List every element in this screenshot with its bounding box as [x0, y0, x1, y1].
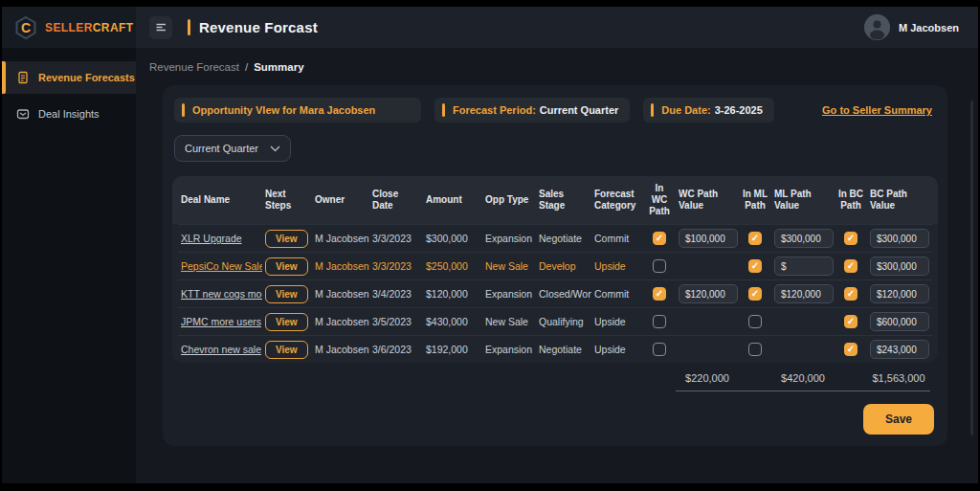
in-bc-path-checkbox[interactable] [844, 287, 858, 301]
cell-amount: $250,000 [423, 260, 482, 272]
wc-path-value-input[interactable] [679, 284, 738, 303]
cell-close-date: 3/5/2023 [369, 316, 423, 327]
in-bc-path-checkbox[interactable] [844, 232, 858, 245]
in-wc-path-checkbox[interactable] [653, 259, 666, 273]
cell-opp-type: Expansion [482, 344, 536, 355]
table-row: XLR Upgrade View M Jacobsen 3/3/2023 $30… [178, 224, 932, 252]
in-wc-path-checkbox[interactable] [653, 315, 666, 328]
sidebar-item-deal-insights[interactable]: Deal Insights [2, 98, 136, 130]
cell-sales-stage: Develop [536, 260, 591, 272]
cell-owner: M Jacobsen [312, 233, 369, 244]
main-content: Revenue Forecast / Summary Opportunity V… [136, 48, 978, 483]
ml-path-value-input[interactable] [774, 229, 834, 248]
sidebar: C SELLERCRAFT Revenue Forecasts [2, 7, 136, 483]
in-bc-path-checkbox[interactable] [844, 259, 858, 273]
user-menu[interactable]: M Jacobsen [864, 14, 959, 40]
app-window: C SELLERCRAFT Revenue Forecasts [2, 7, 978, 483]
column-header-close-date: Close Date [369, 187, 423, 213]
bc-path-value-input[interactable] [870, 229, 929, 248]
cell-close-date: 3/3/2023 [369, 233, 423, 244]
deal-name-link[interactable]: XLR Upgrade [181, 233, 242, 244]
table-row: PepsiCo New Sale View M Jacobsen 3/3/202… [178, 252, 932, 279]
sidebar-item-revenue-forecasts[interactable]: Revenue Forecasts [2, 61, 136, 94]
breadcrumb-separator: / [245, 61, 248, 73]
cell-forecast-category: Commit [591, 233, 643, 244]
totals-underline [739, 372, 771, 391]
cell-amount: $300,000 [423, 233, 482, 244]
view-button[interactable]: View [265, 285, 308, 303]
in-ml-path-checkbox[interactable] [748, 259, 762, 273]
avatar[interactable] [864, 14, 890, 40]
chip-accent-bar [442, 103, 445, 117]
filter-row: Current Quarter [172, 135, 938, 162]
in-wc-path-checkbox[interactable] [653, 287, 666, 301]
ml-path-value-input[interactable] [774, 284, 834, 303]
view-button[interactable]: View [265, 341, 308, 359]
breadcrumb: Revenue Forecast / Summary [136, 48, 978, 73]
column-header-in-ml-path: In ML Path [739, 187, 771, 213]
view-button[interactable]: View [265, 257, 308, 276]
hamburger-icon [155, 21, 167, 33]
wc-path-value-input[interactable] [679, 229, 738, 248]
due-date-label: Due Date: [661, 104, 710, 116]
cell-forecast-category: Commit [591, 288, 643, 300]
bc-path-value-input[interactable] [870, 284, 929, 303]
bc-path-value-input[interactable] [870, 257, 929, 276]
forecast-panel: Opportunity VIew for Mara Jacobsen Forec… [163, 85, 947, 446]
cell-close-date: 3/3/2023 [369, 260, 423, 272]
cell-owner: M Jacobsen [312, 344, 369, 355]
cell-owner: M Jacobsen [312, 288, 369, 300]
column-header-wc-path-value: WC Path Value [676, 187, 739, 213]
table-header-row: Deal Name Next Steps Owner Close Date Am… [172, 176, 938, 224]
cell-amount: $120,000 [423, 288, 482, 300]
deal-name-link[interactable]: KTT new cogs module [181, 288, 262, 300]
table-row: JPMC more users View M Jacobsen 3/5/2023… [178, 307, 932, 335]
save-button[interactable]: Save [863, 404, 934, 435]
quarter-select[interactable]: Current Quarter [174, 135, 291, 162]
in-bc-path-checkbox[interactable] [844, 315, 858, 328]
cell-opp-type: Expansion [482, 233, 536, 244]
in-ml-path-checkbox[interactable] [748, 287, 762, 301]
cell-close-date: 3/6/2023 [369, 344, 423, 355]
cell-close-date: 3/4/2023 [369, 288, 423, 300]
due-date-chip: Due Date:3-26-2025 [643, 98, 774, 123]
bc-path-total: $1,563,000 [867, 372, 930, 391]
screen: C SELLERCRAFT Revenue Forecasts [0, 0, 980, 491]
cell-opp-type: New Sale [482, 316, 536, 327]
column-header-bc-path-value: BC Path Value [867, 187, 930, 213]
view-button[interactable]: View [265, 230, 308, 248]
sidebar-item-label: Deal Insights [38, 108, 100, 120]
ml-path-value-input[interactable] [774, 257, 834, 276]
in-wc-path-checkbox[interactable] [653, 343, 666, 356]
breadcrumb-current: Summary [254, 61, 303, 73]
page-title: Revenue Forcast [199, 19, 318, 35]
deal-name-link[interactable]: JPMC more users [181, 316, 261, 327]
go-to-seller-summary-link[interactable]: Go to Seller Summary [822, 104, 936, 116]
mail-icon [16, 107, 30, 121]
column-header-next-steps: Next Steps [262, 187, 312, 213]
brand-name-primary: SELLER [45, 21, 93, 34]
bc-path-value-input[interactable] [870, 312, 929, 331]
column-header-in-wc-path: In WC Path [643, 181, 676, 219]
bc-path-value-input[interactable] [870, 340, 929, 359]
cell-forecast-category: Upside [591, 316, 643, 327]
deal-name-link[interactable]: Chevron new sale [181, 344, 261, 355]
column-header-deal-name: Deal Name [178, 192, 262, 208]
in-ml-path-checkbox[interactable] [748, 232, 762, 245]
in-ml-path-checkbox[interactable] [748, 343, 762, 356]
view-button[interactable]: View [265, 313, 308, 331]
scrollbar[interactable] [970, 100, 973, 435]
deal-name-link[interactable]: PepsiCo New Sale [181, 260, 262, 272]
ml-path-total: $420,000 [771, 372, 835, 391]
brand-logo[interactable]: C SELLERCRAFT [2, 7, 136, 48]
hamburger-menu-button[interactable] [149, 16, 172, 39]
in-ml-path-checkbox[interactable] [748, 315, 762, 328]
cell-opp-type: New Sale [482, 260, 536, 272]
in-wc-path-checkbox[interactable] [653, 232, 666, 245]
in-bc-path-checkbox[interactable] [844, 343, 858, 356]
column-header-owner: Owner [312, 192, 369, 208]
forecast-table: Deal Name Next Steps Owner Close Date Am… [172, 176, 938, 363]
forecast-period-label: Forecast Period: [453, 104, 536, 116]
breadcrumb-parent[interactable]: Revenue Forecast [149, 61, 239, 73]
forecast-period-chip: Forecast Period:Current Quarter [434, 98, 630, 123]
